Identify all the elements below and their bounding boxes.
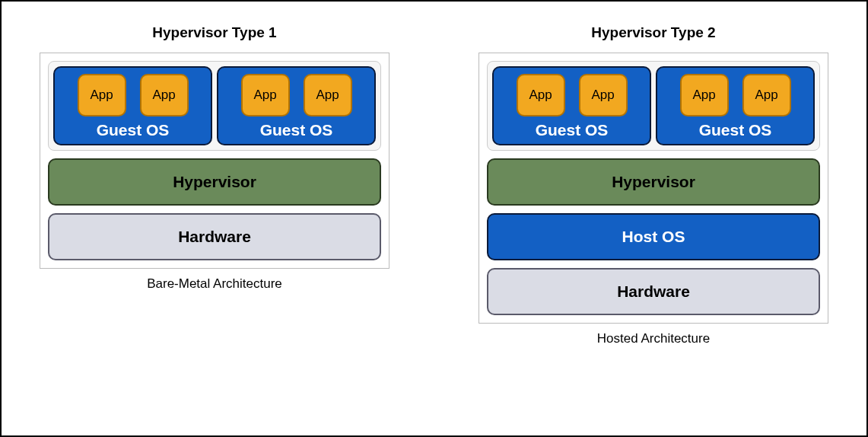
type1-frame: App App Guest OS App App Guest OS Hyperv… <box>40 53 389 269</box>
type2-frame: App App Guest OS App App Guest OS Hyperv… <box>479 53 828 324</box>
type2-guest-os-2: App App Guest OS <box>656 66 815 145</box>
guest-os-label: Guest OS <box>536 121 609 139</box>
type2-hostos-layer: Host OS <box>487 213 820 260</box>
app-box: App <box>742 74 791 116</box>
type1-hypervisor-layer: Hypervisor <box>48 158 381 206</box>
app-box: App <box>680 74 729 116</box>
type1-guest-row: App App Guest OS App App Guest OS <box>48 61 381 151</box>
type1-hardware-layer: Hardware <box>48 213 381 260</box>
type2-column: Hypervisor Type 2 App App Guest OS App A… <box>479 24 828 420</box>
guest-os-label: Guest OS <box>699 121 772 139</box>
type2-guest-row: App App Guest OS App App Guest OS <box>487 61 820 151</box>
app-box: App <box>140 74 189 116</box>
type2-guest1-apps: App App <box>501 74 642 116</box>
type1-caption: Bare-Metal Architecture <box>147 276 282 292</box>
guest-os-label: Guest OS <box>260 121 333 139</box>
type2-caption: Hosted Architecture <box>597 331 710 346</box>
app-box: App <box>78 74 126 116</box>
type1-guest2-apps: App App <box>226 74 367 116</box>
type2-hypervisor-layer: Hypervisor <box>487 158 820 206</box>
app-box: App <box>304 74 352 116</box>
type2-guest2-apps: App App <box>665 74 806 116</box>
type2-title: Hypervisor Type 2 <box>591 24 715 41</box>
type2-hardware-layer: Hardware <box>487 268 820 315</box>
app-box: App <box>517 74 565 116</box>
guest-os-label: Guest OS <box>97 121 170 139</box>
type1-title: Hypervisor Type 1 <box>152 24 276 41</box>
type2-guest-os-1: App App Guest OS <box>492 66 651 145</box>
type1-column: Hypervisor Type 1 App App Guest OS App A… <box>40 24 389 420</box>
app-box: App <box>579 74 628 116</box>
app-box: App <box>241 74 290 116</box>
type1-guest1-apps: App App <box>62 74 203 116</box>
type1-guest-os-2: App App Guest OS <box>217 66 376 145</box>
type1-guest-os-1: App App Guest OS <box>53 66 212 145</box>
diagram-canvas: Hypervisor Type 1 App App Guest OS App A… <box>0 0 868 437</box>
